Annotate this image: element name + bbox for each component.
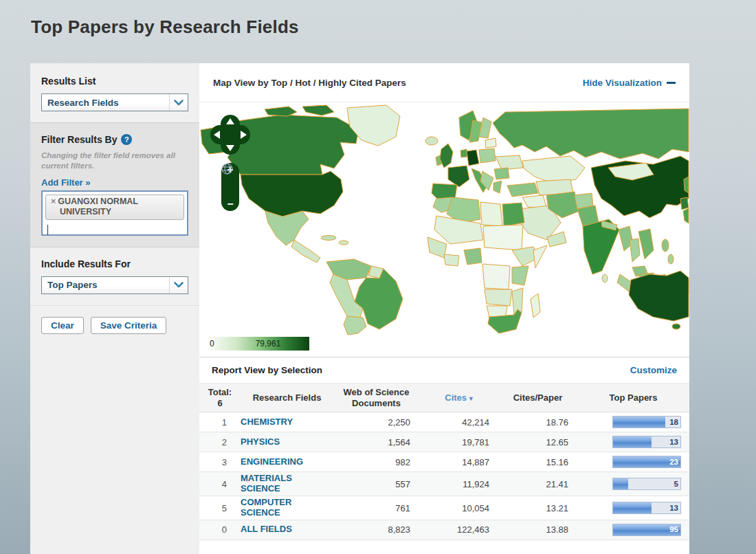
sidebar-buttons: Clear Save Criteria	[30, 305, 199, 345]
rank-cell: 0	[199, 524, 241, 535]
clear-button[interactable]: Clear	[41, 317, 84, 334]
cites-per-paper-cell: 15.16	[498, 457, 577, 467]
research-field-link[interactable]: MATERIALS SCIENCE	[241, 474, 333, 494]
documents-cell: 761	[333, 503, 419, 513]
report-view-header: Report View by Selection Customize	[199, 357, 689, 383]
filter-note: Changing the filter field removes all cu…	[41, 151, 188, 171]
results-list-label: Results List	[41, 76, 188, 87]
world-map[interactable]	[199, 102, 689, 336]
cites-cell: 14,887	[419, 457, 498, 467]
map-pan-control[interactable]	[210, 115, 250, 155]
cites-cell: 11,924	[419, 479, 498, 489]
save-criteria-button[interactable]: Save Criteria	[91, 317, 167, 334]
sidebar-filler	[30, 345, 199, 554]
map-area: + −	[199, 102, 689, 336]
top-papers-bar: 95	[612, 524, 681, 536]
top-papers-cell: 23	[577, 456, 689, 468]
add-filter-link[interactable]: Add Filter »	[41, 177, 91, 188]
pan-up-icon[interactable]	[226, 118, 234, 124]
cites-per-paper-cell: 21.41	[498, 479, 577, 489]
customize-link[interactable]: Customize	[630, 365, 677, 375]
top-papers-value: 5	[674, 480, 678, 488]
research-field-link[interactable]: CHEMISTRY	[241, 417, 333, 428]
results-list-selected-value: Research Fields	[42, 98, 169, 108]
pan-left-icon[interactable]	[214, 131, 220, 139]
filter-chip: ×GUANGXI NORMAL UNIVERSITY	[45, 195, 184, 220]
chevron-down-icon	[169, 94, 188, 111]
map-view-header: Map View by Top / Hot / Highly Cited Pap…	[199, 63, 689, 102]
zoom-out-icon[interactable]: −	[227, 199, 233, 209]
include-results-section: Include Results For Top Papers	[30, 247, 199, 305]
map-legend: 0 79,961	[199, 336, 689, 357]
top-papers-bar: 23	[612, 456, 681, 468]
top-papers-value: 13	[669, 504, 678, 512]
results-list-section: Results List Research Fields	[30, 63, 199, 122]
globe-icon[interactable]	[221, 163, 233, 175]
cites-per-paper-cell: 13.21	[498, 503, 577, 513]
documents-cell: 982	[333, 457, 419, 467]
table-row: 3 ENGINEERING 982 14,887 15.16 23	[199, 452, 689, 472]
cites-per-paper-cell: 12.65	[498, 437, 577, 447]
main-panel: Map View by Top / Hot / Highly Cited Pap…	[199, 63, 689, 554]
top-papers-cell: 95	[577, 524, 689, 536]
research-field-link[interactable]: ALL FIELDS	[241, 524, 333, 535]
map-zoom-control[interactable]: + −	[221, 163, 239, 211]
research-field-link[interactable]: ENGINEERING	[241, 457, 333, 467]
report-view-title: Report View by Selection	[212, 365, 322, 375]
legend-gradient-bar: 0 79,961	[206, 337, 309, 351]
column-header-research-fields: Research Fields	[241, 392, 333, 403]
documents-cell: 557	[333, 479, 419, 489]
sidebar: Results List Research Fields Filter Resu…	[30, 63, 199, 554]
top-papers-bar: 13	[612, 502, 681, 514]
pan-right-icon[interactable]	[241, 131, 247, 139]
include-results-selected-value: Top Papers	[42, 280, 169, 290]
cites-cell: 42,214	[419, 417, 498, 428]
column-header-top-papers: Top Papers	[577, 392, 689, 403]
top-papers-cell: 18	[577, 416, 689, 428]
remove-icon[interactable]: ×	[51, 197, 56, 206]
legend-max-value: 79,961	[256, 339, 281, 348]
report-table-header: Total: 6 Research Fields Web of Science …	[199, 383, 689, 412]
top-papers-value: 18	[669, 418, 678, 426]
top-papers-value: 13	[669, 438, 678, 446]
rank-cell: 2	[199, 437, 241, 447]
table-row: 1 CHEMISTRY 2,250 42,214 18.76 18	[199, 412, 689, 432]
top-papers-value: 23	[669, 458, 678, 466]
documents-cell: 8,823	[333, 524, 419, 535]
filter-input-box[interactable]: ×GUANGXI NORMAL UNIVERSITY	[41, 190, 188, 236]
sort-desc-icon: ▾	[469, 395, 473, 402]
cites-cell: 10,054	[419, 503, 498, 513]
help-icon[interactable]: ?	[121, 134, 132, 145]
top-papers-bar: 13	[612, 436, 681, 448]
text-caret	[47, 225, 48, 235]
include-results-label: Include Results For	[41, 258, 188, 269]
top-papers-cell: 13	[577, 436, 689, 448]
legend-min-value: 0	[210, 339, 214, 348]
filter-results-by-label: Filter Results By ?	[41, 134, 188, 145]
top-papers-bar: 5	[612, 478, 681, 490]
chevron-down-icon	[169, 277, 188, 293]
filter-chip-label: GUANGXI NORMAL UNIVERSITY	[58, 197, 137, 217]
top-papers-bar: 18	[612, 416, 681, 428]
pan-down-icon[interactable]	[226, 145, 234, 151]
collapse-icon	[667, 82, 676, 84]
cites-per-paper-cell: 13.88	[498, 524, 577, 535]
include-results-dropdown[interactable]: Top Papers	[41, 276, 188, 294]
rank-cell: 4	[199, 479, 241, 489]
column-header-wos-documents: Web of Science Documents	[333, 387, 419, 408]
research-field-link[interactable]: COMPUTER SCIENCE	[241, 498, 333, 518]
top-papers-value: 95	[669, 525, 678, 533]
column-header-cites[interactable]: Cites ▾	[419, 392, 498, 403]
page-title: Top Papers by Research Fields	[31, 16, 299, 38]
research-field-link[interactable]: PHYSICS	[241, 437, 333, 447]
hide-visualization-link[interactable]: Hide Visualization	[583, 78, 676, 88]
rank-cell: 5	[199, 503, 241, 513]
cites-cell: 19,781	[419, 437, 498, 447]
cites-cell: 122,463	[419, 524, 498, 535]
table-row: 0 ALL FIELDS 8,823 122,463 13.88 95	[199, 520, 689, 540]
results-list-dropdown[interactable]: Research Fields	[41, 93, 188, 111]
table-row: 2 PHYSICS 1,564 19,781 12.65 13	[199, 432, 689, 452]
column-header-cites-per-paper: Cites/Paper	[498, 392, 577, 403]
filter-section: Filter Results By ? Changing the filter …	[30, 122, 199, 247]
report-table-body: 1 CHEMISTRY 2,250 42,214 18.76 18 2 PHYS…	[199, 412, 689, 540]
